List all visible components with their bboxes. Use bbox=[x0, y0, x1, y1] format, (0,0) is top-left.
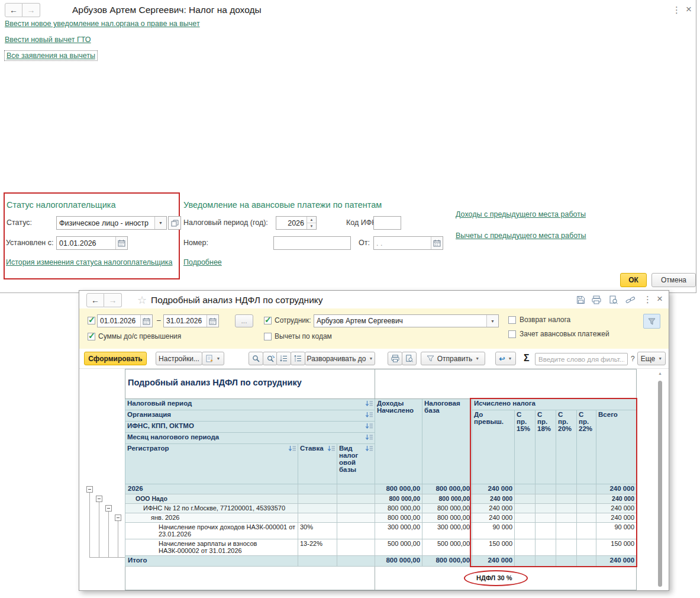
report-row-org[interactable]: ООО Надо800 000,00800 000,00240 000240 0… bbox=[125, 494, 637, 504]
chevron-down-icon[interactable]: ▼ bbox=[486, 315, 498, 327]
ifns-code-field[interactable] bbox=[373, 216, 401, 230]
print-preview-icon[interactable] bbox=[609, 295, 618, 304]
report-row-month[interactable]: янв. 2026800 000,00800 000,00240 000240 … bbox=[125, 513, 637, 523]
more-icon[interactable]: ⋮ bbox=[672, 5, 681, 15]
link-all-deduction-claims[interactable]: Все заявления на вычеты bbox=[5, 51, 97, 60]
undo-button[interactable]: ↩ ▼ bbox=[495, 352, 516, 365]
header-rate-20[interactable]: С пр. 20% bbox=[556, 410, 577, 484]
spin-down-icon[interactable]: ▼ bbox=[307, 223, 316, 229]
save-icon[interactable] bbox=[576, 295, 585, 304]
header-base-kind[interactable]: Вид налоговой базы bbox=[337, 444, 375, 484]
tax-refund-checkbox[interactable] bbox=[508, 316, 516, 324]
spin-up-icon[interactable]: ▲ bbox=[307, 217, 316, 223]
print-preview-button[interactable] bbox=[402, 352, 417, 365]
sort-icon[interactable] bbox=[365, 445, 373, 452]
link-new-gto-deduction[interactable]: Ввести новый вычет ГТО bbox=[5, 36, 91, 44]
report-row-ifns[interactable]: ИФНС № 12 по г.Москве, 771200001, 453935… bbox=[125, 504, 637, 513]
report-variants-button[interactable]: ▼ bbox=[202, 352, 224, 365]
link-previous-income[interactable]: Доходы с предыдущего места работы bbox=[456, 210, 586, 218]
link-chain-icon[interactable] bbox=[625, 295, 636, 304]
forward-icon[interactable]: → bbox=[104, 293, 122, 307]
back-icon[interactable]: ← bbox=[5, 3, 22, 17]
header-income-accrued[interactable]: ДоходыНачислено bbox=[375, 399, 422, 484]
link-new-tax-notice[interactable]: Ввести новое уведомление нал.органа о пр… bbox=[5, 20, 200, 28]
cancel-button[interactable]: Отмена bbox=[651, 273, 696, 287]
more-icon[interactable]: ⋮ bbox=[643, 294, 652, 305]
from-date-field[interactable]: . . bbox=[373, 236, 443, 250]
sort-icon[interactable] bbox=[365, 411, 373, 419]
open-status-button[interactable] bbox=[168, 216, 181, 230]
search-next-button[interactable] bbox=[263, 352, 278, 365]
header-tax-period[interactable]: Налоговый период bbox=[125, 399, 375, 410]
header-total[interactable]: Всего bbox=[596, 410, 637, 484]
header-rate-22[interactable]: С пр. 22% bbox=[577, 410, 596, 484]
header-rate-18[interactable]: С пр. 18% bbox=[536, 410, 556, 484]
chevron-down-icon[interactable]: ▼ bbox=[154, 217, 166, 229]
calendar-icon[interactable] bbox=[431, 237, 443, 249]
sort-icon[interactable] bbox=[288, 445, 296, 452]
help-icon[interactable]: ? bbox=[631, 355, 635, 363]
sums-excess-checkbox[interactable] bbox=[88, 333, 95, 340]
sort-icon[interactable] bbox=[365, 434, 373, 441]
collapse-toggle-year[interactable] bbox=[86, 486, 93, 493]
filter-settings-button[interactable] bbox=[643, 314, 660, 329]
more-periods-button[interactable]: ... bbox=[235, 314, 253, 327]
report-row-year[interactable]: 2026800 000,00800 000,00240 000240 000 bbox=[125, 484, 637, 494]
sort-icon[interactable] bbox=[365, 400, 373, 407]
spinner-buttons[interactable]: ▲ ▼ bbox=[307, 217, 316, 229]
tax-period-spinner[interactable]: 2026 ▲ ▼ bbox=[276, 216, 317, 230]
date-from-field[interactable]: 01.01.2026 bbox=[97, 314, 153, 327]
forward-icon[interactable]: → bbox=[22, 3, 40, 17]
report-row-total[interactable]: Итого800 000,00800 000,00240 000240 000 bbox=[125, 556, 637, 567]
close-icon[interactable]: × bbox=[686, 4, 692, 15]
status-date-field[interactable]: 01.01.2026 bbox=[56, 236, 128, 250]
calendar-icon[interactable] bbox=[207, 315, 218, 327]
print-button[interactable] bbox=[388, 352, 402, 365]
header-rate[interactable]: Ставка bbox=[298, 444, 337, 484]
collapse-groups-button[interactable] bbox=[291, 352, 305, 365]
generate-button[interactable]: Сформировать bbox=[84, 352, 147, 365]
header-calculated-tax[interactable]: Исчислено налога bbox=[472, 399, 637, 410]
collapse-toggle-month[interactable] bbox=[115, 515, 121, 521]
header-ifns-kpp-oktmo[interactable]: ИФНС, КПП, ОКТМО bbox=[125, 422, 375, 433]
print-icon[interactable] bbox=[592, 295, 601, 304]
sort-icon[interactable] bbox=[327, 445, 336, 452]
employee-combobox[interactable]: Арбузов Артем Сергеевич ▼ bbox=[314, 314, 499, 327]
employee-checkbox[interactable] bbox=[264, 317, 272, 324]
header-registrar[interactable]: Регистратор bbox=[125, 444, 298, 484]
expand-to-button[interactable]: Разворачивать до ▼ bbox=[305, 352, 375, 365]
advance-offset-checkbox[interactable] bbox=[508, 330, 516, 338]
header-before-excess[interactable]: До превыш. bbox=[472, 410, 515, 484]
sort-icon[interactable] bbox=[365, 423, 373, 430]
link-details[interactable]: Подробнее bbox=[183, 258, 222, 266]
send-button[interactable]: Отправить ▼ bbox=[421, 352, 485, 365]
back-icon[interactable]: ← bbox=[86, 293, 104, 307]
calendar-icon[interactable] bbox=[115, 237, 127, 249]
collapse-toggle-org[interactable] bbox=[96, 496, 102, 502]
date-to-field[interactable]: 31.01.2026 bbox=[163, 314, 219, 327]
search-button[interactable] bbox=[249, 352, 263, 365]
report-row-doc[interactable]: Начисление зарплаты и взносов НАЗК-00000… bbox=[125, 539, 637, 556]
header-organization[interactable]: Организация bbox=[125, 410, 375, 422]
header-month[interactable]: Месяц налогового периода bbox=[125, 433, 375, 444]
collapse-toggle-ifns[interactable] bbox=[105, 505, 112, 512]
deductions-by-codes-checkbox[interactable] bbox=[264, 333, 272, 340]
calendar-icon[interactable] bbox=[140, 315, 152, 327]
ok-button[interactable]: ОК bbox=[620, 273, 647, 287]
vertical-scrollbar[interactable] bbox=[658, 381, 662, 587]
report-row-doc[interactable]: Начисление прочих доходов НАЗК-000001 от… bbox=[125, 523, 637, 539]
header-tax-base[interactable]: Налоговая база bbox=[422, 399, 472, 484]
sum-icon[interactable]: Σ bbox=[524, 353, 530, 364]
header-rate-15[interactable]: С пр. 15% bbox=[515, 410, 536, 484]
period-checkbox[interactable] bbox=[88, 317, 95, 324]
number-field[interactable] bbox=[273, 236, 351, 250]
close-icon[interactable]: × bbox=[657, 293, 663, 305]
link-status-history[interactable]: История изменения статуса налогоплательщ… bbox=[6, 258, 172, 266]
expand-groups-button[interactable] bbox=[276, 352, 291, 365]
more-actions-button[interactable]: Еще ▼ bbox=[637, 352, 666, 365]
quick-filter-input[interactable] bbox=[535, 353, 628, 365]
scroll-up-icon[interactable]: ▲ bbox=[658, 371, 662, 375]
link-previous-deductions[interactable]: Вычеты с предыдущего места работы bbox=[456, 232, 586, 240]
favorite-star-icon[interactable]: ☆ bbox=[137, 294, 147, 307]
status-combobox[interactable]: Физическое лицо - иностр ▼ bbox=[56, 216, 167, 230]
